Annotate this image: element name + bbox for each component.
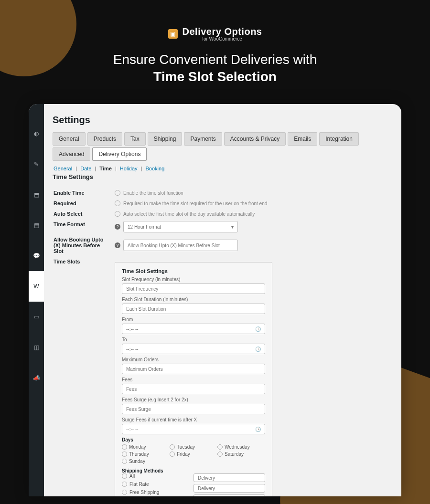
hero-heading: Ensure Convenient Deliveries with Time S… [0, 52, 430, 84]
auto-select-desc: Auto select the first time slot of the d… [123, 211, 255, 217]
pin-icon[interactable]: ✎ [29, 149, 44, 179]
media-icon[interactable]: ⬒ [29, 179, 44, 210]
day-saturday[interactable]: Saturday [217, 452, 256, 457]
tab-shipping[interactable]: Shipping [148, 132, 183, 146]
chevron-down-icon: ▾ [231, 224, 234, 230]
separator: | [93, 166, 97, 171]
frequency-input[interactable]: Slot Frequency [122, 284, 265, 294]
products-icon[interactable]: ▭ [29, 302, 44, 332]
help-icon[interactable]: ? [115, 242, 120, 248]
day-monday[interactable]: Monday [122, 444, 160, 450]
settings-content: Settings GeneralProductsTaxShippingPayme… [44, 104, 401, 496]
time-format-label: Time Format [54, 220, 114, 234]
auto-select-toggle[interactable]: Auto select the first time slot of the d… [115, 211, 390, 217]
auto-select-label: Auto Select [54, 209, 114, 219]
tab-emails[interactable]: Emails [288, 132, 317, 146]
woo-icon[interactable]: W [29, 271, 44, 302]
enable-time-label: Enable Time [54, 188, 114, 198]
tab-general[interactable]: General [53, 132, 86, 146]
day-tuesday[interactable]: Tuesday [170, 444, 208, 450]
marketing-icon[interactable]: 📣 [29, 363, 44, 393]
days-group: MondayTuesdayWednesdayThursdayFridaySatu… [122, 444, 265, 464]
subtab-date[interactable]: Date [80, 166, 91, 171]
delivery-tag[interactable]: Delivery [194, 494, 265, 496]
day-wednesday[interactable]: Wednesday [217, 444, 256, 450]
time-slot-settings-box: Time Slot Settings Slot Frequency (in mi… [115, 262, 272, 496]
clock-icon: 🕒 [255, 326, 261, 332]
tab-payments[interactable]: Payments [184, 132, 222, 146]
allow-booking-label: Allow Booking Upto (X) Minutes Before Sl… [54, 235, 114, 256]
product-name: Delivery Options [183, 26, 262, 37]
settings-subtabs: General | Date | Time | Holiday | Bookin… [53, 166, 391, 171]
tab-accounts-privacy[interactable]: Accounts & Privacy [224, 132, 286, 146]
days-label: Days [122, 437, 265, 442]
time-settings-form: Enable Time Enable the time slot functio… [53, 187, 391, 496]
shipping-flat-rate[interactable]: Flat Rate [122, 482, 159, 487]
required-label: Required [54, 199, 114, 208]
day-friday[interactable]: Friday [170, 452, 208, 457]
box-icon: ▣ [168, 29, 178, 39]
subtab-holiday[interactable]: Holiday [120, 166, 138, 171]
time-format-value: 12 Hour Format [128, 224, 161, 230]
day-sunday[interactable]: Sunday [122, 459, 160, 464]
tab-delivery-options[interactable]: Delivery Options [92, 147, 147, 161]
surge-after-label: Surge Fees if current time is after X [122, 417, 265, 422]
shipping-options: AllFlat RateFree ShippingLocal Pickup [122, 473, 159, 496]
duration-input[interactable]: Each Slot Duration [122, 304, 265, 314]
delivery-tag[interactable]: Delivery [194, 484, 265, 493]
shipping-free-shipping[interactable]: Free Shipping [122, 490, 159, 495]
duration-label: Each Slot Duration (in minutes) [122, 297, 265, 302]
tab-tax[interactable]: Tax [124, 132, 146, 146]
shipping-all[interactable]: All [122, 473, 159, 479]
max-orders-label: Maximum Orders [122, 357, 265, 362]
comments-icon[interactable]: 💬 [29, 241, 44, 271]
clock-icon: 🕒 [255, 346, 261, 352]
required-desc: Required to make the time slot required … [123, 201, 267, 206]
dashboard-icon[interactable]: ◐ [29, 118, 44, 149]
allow-booking-input[interactable] [123, 240, 238, 251]
fees-surge-input[interactable]: Fees Surge [122, 404, 265, 414]
pages-icon[interactable]: ▤ [29, 210, 44, 241]
tab-advanced[interactable]: Advanced [53, 147, 90, 161]
slot-box-title: Time Slot Settings [122, 268, 265, 274]
separator: | [140, 166, 144, 171]
delivery-tag[interactable]: Delivery [194, 473, 265, 482]
frequency-label: Slot Frequency (in minutes) [122, 277, 265, 282]
surge-after-input[interactable]: --:-- --🕒 [122, 424, 265, 434]
day-thursday[interactable]: Thursday [122, 452, 160, 457]
product-logo: ▣ Delivery Options for WooCommerce [168, 26, 262, 42]
clock-icon: 🕒 [255, 427, 261, 432]
hero-heading-line2: Time Slot Selection [0, 69, 430, 84]
hero-heading-line1: Ensure Convenient Deliveries with [113, 52, 317, 67]
settings-tabs: GeneralProductsTaxShippingPaymentsAccoun… [53, 132, 391, 161]
separator: | [74, 166, 78, 171]
shipping-label: Shipping Methods [122, 468, 163, 473]
admin-sidebar: ◐ ✎ ⬒ ▤ 💬 W ▭ ◫ 📣 [29, 104, 44, 496]
hero-banner: ▣ Delivery Options for WooCommerce Ensur… [0, 0, 430, 84]
analytics-icon[interactable]: ◫ [29, 332, 44, 363]
from-label: From [122, 317, 265, 322]
from-input[interactable]: --:-- --🕒 [122, 324, 265, 334]
help-icon[interactable]: ? [115, 224, 120, 230]
max-orders-input[interactable]: Maximum Orders [122, 364, 265, 374]
time-format-select[interactable]: 12 Hour Format ▾ [123, 221, 238, 232]
fees-label: Fees [122, 377, 265, 382]
tab-products[interactable]: Products [87, 132, 122, 146]
fees-surge-label: Fees Surge (e.g Insert 2 for 2x) [122, 397, 265, 402]
fees-input[interactable]: Fees [122, 384, 265, 394]
separator: | [114, 166, 118, 171]
to-label: To [122, 337, 265, 342]
subtab-booking[interactable]: Booking [146, 166, 165, 171]
subtab-time[interactable]: Time [99, 166, 111, 171]
subtab-general[interactable]: General [54, 166, 72, 171]
required-toggle[interactable]: Required to make the time slot required … [115, 200, 390, 206]
time-slots-label: Time Slots [54, 257, 114, 496]
section-title: Time Settings [53, 173, 391, 180]
tab-integration[interactable]: Integration [319, 132, 359, 146]
enable-time-toggle[interactable]: Enable the time slot function [115, 190, 390, 196]
settings-window: ◐ ✎ ⬒ ▤ 💬 W ▭ ◫ 📣 Settings GeneralProduc… [29, 104, 401, 496]
delivery-tags: Delivery Delivery Delivery [194, 473, 265, 496]
to-input[interactable]: --:-- --🕒 [122, 344, 265, 354]
enable-time-desc: Enable the time slot function [123, 190, 183, 196]
page-title: Settings [53, 115, 391, 126]
